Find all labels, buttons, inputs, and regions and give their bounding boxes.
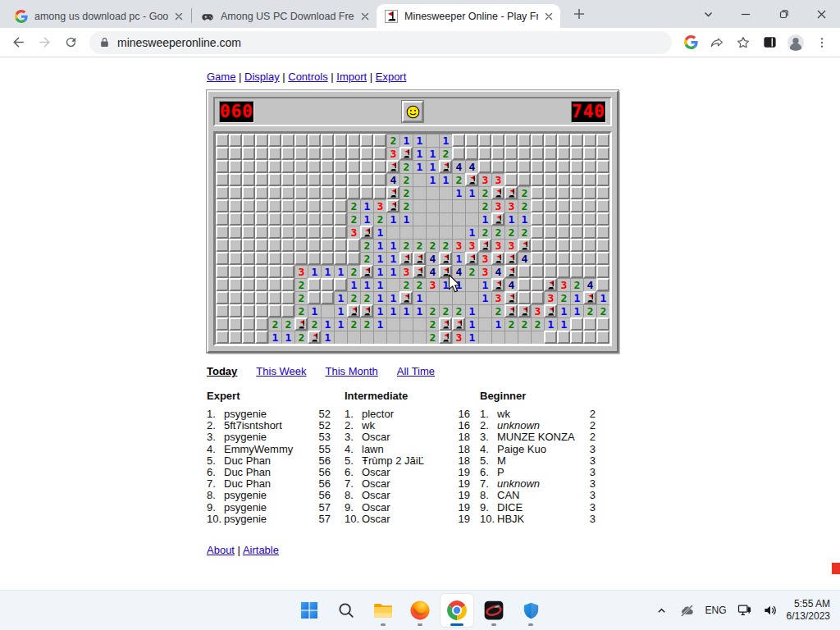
flag-cell-r9c14[interactable] xyxy=(399,252,413,265)
cell-r9c26[interactable] xyxy=(557,252,570,265)
flag-cell-r9c17[interactable] xyxy=(439,252,452,265)
cell-r14c2[interactable] xyxy=(242,317,255,331)
cell-r13c20[interactable] xyxy=(478,304,491,317)
flag-cell-r10c22[interactable] xyxy=(504,265,518,278)
cell-r4c7[interactable] xyxy=(308,186,321,199)
cell-r5c8[interactable] xyxy=(321,199,334,212)
cell-r9c6[interactable] xyxy=(294,252,308,265)
cell-r3c21[interactable]: 3 xyxy=(491,173,504,186)
cell-r0c3[interactable] xyxy=(255,134,268,147)
cell-r10c16[interactable]: 4 xyxy=(426,265,439,278)
tab-close-icon[interactable] xyxy=(358,9,372,23)
cell-r8c11[interactable]: 2 xyxy=(360,239,373,252)
cell-r8c17[interactable]: 2 xyxy=(439,239,452,252)
cell-r14c14[interactable] xyxy=(399,317,413,331)
minimize-button[interactable] xyxy=(727,0,765,28)
cell-r6c10[interactable]: 2 xyxy=(347,212,360,226)
cell-r13c29[interactable]: 2 xyxy=(596,304,609,317)
cell-r10c0[interactable] xyxy=(216,265,229,278)
cell-r9c0[interactable] xyxy=(216,252,229,265)
cell-r3c15[interactable] xyxy=(413,173,426,186)
close-window-button[interactable] xyxy=(802,0,840,28)
cell-r4c10[interactable] xyxy=(347,186,360,199)
cell-r10c18[interactable]: 4 xyxy=(452,265,465,278)
cell-r5c21[interactable]: 3 xyxy=(491,199,504,212)
menu-link-export[interactable]: Export xyxy=(376,71,407,83)
cell-r5c18[interactable] xyxy=(452,199,465,212)
cell-r3c9[interactable] xyxy=(334,173,347,186)
cell-r11c18[interactable]: 1 xyxy=(452,278,465,291)
cell-r10c5[interactable] xyxy=(281,265,294,278)
cell-r12c10[interactable]: 2 xyxy=(347,291,360,304)
cell-r15c15[interactable] xyxy=(413,331,426,344)
cell-r11c17[interactable]: 1 xyxy=(439,278,452,291)
cell-r0c23[interactable] xyxy=(518,134,531,147)
cell-r8c18[interactable]: 3 xyxy=(452,239,465,252)
cell-r13c17[interactable]: 2 xyxy=(439,304,452,317)
cell-r12c8[interactable] xyxy=(321,291,334,304)
cell-r7c26[interactable] xyxy=(557,226,570,239)
tab-close-icon[interactable] xyxy=(171,9,185,23)
cell-r15c12[interactable] xyxy=(373,331,386,344)
flag-cell-r13c11[interactable] xyxy=(360,304,373,317)
leaderboard-tab-today[interactable]: Today xyxy=(207,365,237,377)
cell-r14c12[interactable]: 1 xyxy=(373,317,386,331)
flag-cell-r3c19[interactable] xyxy=(465,173,478,186)
taskbar-file-explorer-icon[interactable] xyxy=(367,594,399,627)
cell-r6c27[interactable] xyxy=(570,212,583,226)
cell-r1c16[interactable]: 1 xyxy=(426,147,439,160)
cell-r3c20[interactable]: 3 xyxy=(478,173,491,186)
cell-r10c3[interactable] xyxy=(255,265,268,278)
cell-r14c29[interactable] xyxy=(596,317,609,331)
flag-cell-r13c23[interactable] xyxy=(518,304,531,317)
cell-r2c22[interactable] xyxy=(504,160,518,173)
cell-r4c29[interactable] xyxy=(596,186,609,199)
cell-r2c2[interactable] xyxy=(242,160,255,173)
cell-r7c3[interactable] xyxy=(255,226,268,239)
cell-r3c10[interactable] xyxy=(347,173,360,186)
cell-r14c5[interactable]: 2 xyxy=(281,317,294,331)
flag-cell-r12c28[interactable] xyxy=(583,291,596,304)
cell-r3c8[interactable] xyxy=(321,173,334,186)
cell-r0c0[interactable] xyxy=(216,134,229,147)
forward-button[interactable] xyxy=(32,30,57,55)
cell-r14c13[interactable] xyxy=(386,317,399,331)
cell-r7c7[interactable] xyxy=(308,226,321,239)
cell-r13c28[interactable]: 2 xyxy=(583,304,596,317)
new-tab-button[interactable] xyxy=(568,3,590,25)
cell-r9c28[interactable] xyxy=(583,252,596,265)
cell-r11c26[interactable]: 3 xyxy=(557,278,570,291)
leaderboard-tab-all-time[interactable]: All Time xyxy=(397,365,435,377)
cell-r5c25[interactable] xyxy=(544,199,557,212)
cell-r12c2[interactable] xyxy=(242,291,255,304)
cell-r0c24[interactable] xyxy=(531,134,544,147)
cell-r11c22[interactable]: 4 xyxy=(504,278,518,291)
cell-r15c23[interactable] xyxy=(518,331,531,344)
cell-r7c0[interactable] xyxy=(216,226,229,239)
cell-r12c5[interactable] xyxy=(281,291,294,304)
cell-r10c19[interactable]: 2 xyxy=(465,265,478,278)
google-account-icon[interactable] xyxy=(678,30,703,55)
cell-r10c26[interactable] xyxy=(557,265,570,278)
cell-r13c13[interactable]: 1 xyxy=(386,304,399,317)
cell-r3c13[interactable]: 4 xyxy=(386,173,399,186)
flag-cell-r14c6[interactable] xyxy=(294,317,308,331)
flag-cell-r14c18[interactable] xyxy=(452,317,465,331)
cell-r15c16[interactable]: 2 xyxy=(426,331,439,344)
cell-r4c9[interactable] xyxy=(334,186,347,199)
cell-r1c28[interactable] xyxy=(583,147,596,160)
cell-r14c22[interactable]: 2 xyxy=(504,317,518,331)
cell-r10c20[interactable]: 3 xyxy=(478,265,491,278)
language-indicator[interactable]: ENG xyxy=(704,594,728,627)
cell-r10c4[interactable] xyxy=(268,265,281,278)
cell-r13c12[interactable]: 1 xyxy=(373,304,386,317)
cell-r2c20[interactable] xyxy=(478,160,491,173)
cell-r13c4[interactable] xyxy=(268,304,281,317)
cell-r0c21[interactable] xyxy=(491,134,504,147)
cell-r12c4[interactable] xyxy=(268,291,281,304)
cell-r0c29[interactable] xyxy=(596,134,609,147)
cell-r3c5[interactable] xyxy=(281,173,294,186)
cell-r1c3[interactable] xyxy=(255,147,268,160)
cell-r13c14[interactable]: 1 xyxy=(399,304,413,317)
cell-r3c0[interactable] xyxy=(216,173,229,186)
